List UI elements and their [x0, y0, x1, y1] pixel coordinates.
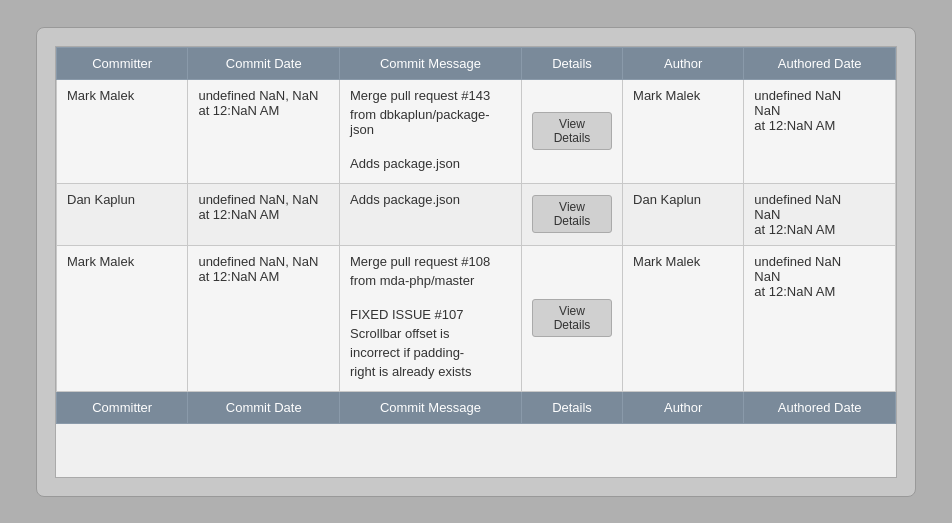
footer-authored-date: Authored Date: [744, 391, 896, 423]
cell-commit-date: undefined NaN, NaN at 12:NaN AM: [188, 79, 340, 183]
table-scroll-area[interactable]: Committer Commit Date Commit Message Det…: [56, 47, 896, 477]
header-details: Details: [521, 47, 622, 79]
header-commit-date: Commit Date: [188, 47, 340, 79]
footer-commit-message: Commit Message: [340, 391, 522, 423]
cell-author: Mark Malek: [623, 245, 744, 391]
cell-commit-date: undefined NaN, NaN at 12:NaN AM: [188, 245, 340, 391]
cell-committer: Mark Malek: [57, 245, 188, 391]
footer-details: Details: [521, 391, 622, 423]
header-commit-message: Commit Message: [340, 47, 522, 79]
header-author: Author: [623, 47, 744, 79]
footer-commit-date: Commit Date: [188, 391, 340, 423]
footer-author: Author: [623, 391, 744, 423]
cell-commit-message: Merge pull request #108from mda-php/mast…: [340, 245, 522, 391]
cell-author: Dan Kaplun: [623, 183, 744, 245]
table-wrapper: Committer Commit Date Commit Message Det…: [55, 46, 897, 478]
header-authored-date: Authored Date: [744, 47, 896, 79]
table-row: Mark Malekundefined NaN, NaN at 12:NaN A…: [57, 79, 896, 183]
header-committer: Committer: [57, 47, 188, 79]
cell-commit-message: Adds package.json: [340, 183, 522, 245]
cell-commit-message: Merge pull request #143from dbkaplun/pac…: [340, 79, 522, 183]
cell-commit-date: undefined NaN, NaN at 12:NaN AM: [188, 183, 340, 245]
cell-details: View Details: [521, 183, 622, 245]
cell-authored-date: undefined NaN NaN at 12:NaN AM: [744, 79, 896, 183]
view-details-button[interactable]: View Details: [532, 112, 612, 150]
cell-authored-date: undefined NaN NaN at 12:NaN AM: [744, 183, 896, 245]
cell-details: View Details: [521, 245, 622, 391]
view-details-button[interactable]: View Details: [532, 299, 612, 337]
cell-committer: Dan Kaplun: [57, 183, 188, 245]
view-details-button[interactable]: View Details: [532, 195, 612, 233]
cell-author: Mark Malek: [623, 79, 744, 183]
cell-authored-date: undefined NaN NaN at 12:NaN AM: [744, 245, 896, 391]
table-row: Dan Kaplunundefined NaN, NaN at 12:NaN A…: [57, 183, 896, 245]
cell-details: View Details: [521, 79, 622, 183]
cell-committer: Mark Malek: [57, 79, 188, 183]
main-container: Committer Commit Date Commit Message Det…: [36, 27, 916, 497]
table-row: Mark Malekundefined NaN, NaN at 12:NaN A…: [57, 245, 896, 391]
footer-committer: Committer: [57, 391, 188, 423]
commits-table: Committer Commit Date Commit Message Det…: [56, 47, 896, 424]
